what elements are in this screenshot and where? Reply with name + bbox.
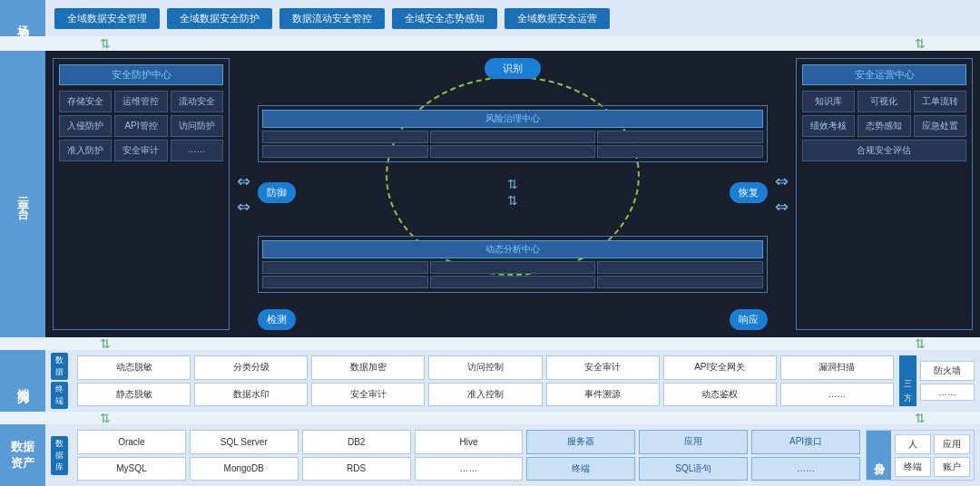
identity-grid: 人 应用 终端 账户: [891, 431, 974, 480]
sublabel-terminal: 终端: [51, 382, 68, 409]
risk-title: 风险治理中心: [262, 110, 763, 128]
dynamic-cell-1: [262, 261, 428, 274]
cloud-row: 云 平 台 安全防护中心 存储安全 运维管控 流动安全 入侵防护 API管控 访…: [0, 51, 980, 337]
arrow-row-2: ⇅ ⇅: [0, 337, 980, 350]
cloud-content: 安全防护中心 存储安全 运维管控 流动安全 入侵防护 API管控 访问防护 准入…: [45, 51, 980, 337]
id-cell-3: 终端: [895, 457, 931, 477]
sr-cell-2: 可视化: [858, 91, 910, 112]
compliance-cell: 合规安全评估: [802, 140, 966, 161]
center-v-arrow-1: ⇅: [507, 177, 518, 191]
data-cell-2-6: SQL语句: [639, 457, 748, 481]
cloud-arrow-left-bot: ⇔: [237, 197, 250, 217]
data-cell-2-4: ……: [415, 457, 524, 481]
endpoint-row2: 静态脱敏 数据水印 安全审计 准入控制 事件溯源 动态鉴权 ……: [77, 383, 894, 407]
security-cell-4: 入侵防护: [59, 115, 112, 137]
data-items: Oracle SQL Server DB2 Hive 服务器 应用 API接口 …: [77, 430, 860, 481]
risk-center: 风险治理中心: [258, 105, 768, 162]
cloud-arrow-right-bot: ⇔: [775, 197, 789, 217]
data-cell-1-1: Oracle: [77, 430, 186, 454]
data-cell-2-3: RDS: [302, 457, 411, 481]
data-cell-2-2: MongoDB: [190, 457, 299, 481]
sr-cell-1: 知识库: [802, 91, 855, 112]
scenario-item-2: 全域数据安全防护: [167, 8, 272, 29]
scenario-item-4: 全域安全态势感知: [392, 8, 497, 29]
cloud-arrow-right-top: ⇔: [775, 171, 789, 191]
security-cell-1: 存储安全: [59, 91, 112, 112]
dynamic-cell-5: [430, 276, 596, 288]
dynamic-center: 动态分析中心: [258, 236, 768, 293]
security-cell-2: 运维管控: [114, 91, 167, 112]
defend-badge: 防御: [258, 182, 296, 203]
ep-cell-2-3: 安全审计: [311, 383, 425, 407]
ep-cell-1-6: API安全网关: [663, 355, 777, 380]
data-cell-1-3: DB2: [302, 430, 411, 454]
arrow3-left: ⇅: [100, 411, 111, 425]
arrow-left: ⇅: [100, 36, 111, 51]
endpoint-items: 动态脱敏 分类分级 数据加密 访问控制 安全审计 API安全网关 漏洞扫描 静态…: [77, 355, 894, 406]
endpoint-row1: 动态脱敏 分类分级 数据加密 访问控制 安全审计 API安全网关 漏洞扫描: [77, 355, 894, 380]
data-cell-2-5: 终端: [526, 457, 635, 481]
scenario-items: 全域数据安全管理 全域数据安全防护 数据流动安全管控 全域安全态势感知 全域数据…: [45, 0, 980, 36]
arrow-row-3: ⇅ ⇅: [0, 412, 980, 424]
scenario-row: 场景 全域数据安全管理 全域数据安全防护 数据流动安全管控 全域安全态势感知 全…: [0, 0, 980, 36]
risk-cell-6: [597, 145, 763, 158]
security-left-title: 安全防护中心: [59, 64, 223, 85]
data-cell-1-7: API接口: [751, 430, 860, 454]
data-row1: Oracle SQL Server DB2 Hive 服务器 应用 API接口: [77, 430, 860, 454]
data-cell-2-7: ……: [751, 457, 860, 481]
third-party-label: 三 方: [899, 355, 916, 406]
security-cell-9: ……: [171, 140, 223, 161]
arrow-right: ⇅: [915, 36, 926, 51]
endpoint-content: 数据 终端 动态脱敏 分类分级 数据加密 访问控制 安全审计 API安全网关 漏…: [45, 350, 980, 412]
ep-cell-2-7: ……: [780, 383, 894, 407]
scenario-item-3: 数据流动安全管控: [279, 8, 385, 29]
data-cell-1-2: SQL Server: [190, 430, 299, 454]
ep-cell-1-3: 数据加密: [311, 355, 425, 380]
ep-cell-1-1: 动态脱敏: [77, 355, 191, 380]
security-left-grid: 存储安全 运维管控 流动安全 入侵防护 API管控 访问防护 准入防护 安全审计…: [59, 91, 223, 161]
risk-cell-4: [262, 145, 428, 158]
ep-cell-1-5: 安全审计: [546, 355, 660, 380]
sr-cell-6: 应急处置: [914, 115, 966, 137]
sr-cell-5: 态势感知: [858, 115, 910, 137]
arrow3-right: ⇅: [915, 411, 926, 425]
respond-badge: 响应: [730, 309, 768, 330]
sr-cell-3: 工单流转: [914, 91, 966, 112]
center-area: 识别 风险治理中心 防御: [258, 58, 768, 330]
arrow2-right: ⇅: [915, 336, 926, 351]
security-left-panel: 安全防护中心 存储安全 运维管控 流动安全 入侵防护 API管控 访问防护 准入…: [53, 58, 230, 330]
security-right-grid: 知识库 可视化 工单流转 绩效考核 态势感知 应急处置 合规安全评估: [802, 91, 966, 161]
dynamic-cell-3: [597, 261, 763, 274]
security-cell-7: 准入防护: [59, 140, 112, 161]
data-row: 数据 资产 数据库 Oracle SQL Server DB2 Hive 服务器…: [0, 424, 980, 486]
risk-cell-3: [597, 131, 763, 143]
endpoint-label: 端 能 力: [0, 350, 45, 412]
scenario-label: 场景: [0, 0, 45, 36]
risk-grid: [262, 131, 763, 158]
ep-cell-1-4: 访问控制: [428, 355, 542, 380]
main-container: 场景 全域数据安全管理 全域数据安全防护 数据流动安全管控 全域安全态势感知 全…: [0, 0, 980, 486]
security-right-title: 安全运营中心: [802, 64, 966, 85]
ep-cell-2-2: 数据水印: [194, 383, 308, 407]
sr-cell-4: 绩效考核: [802, 115, 855, 137]
id-cell-2: 应用: [934, 434, 970, 454]
data-sublabel: 数据库: [51, 430, 72, 481]
ep-cell-1-7: 漏洞扫描: [780, 355, 894, 380]
detect-badge: 检测: [258, 309, 296, 330]
sublabel-db: 数据库: [51, 436, 68, 475]
identify-badge: 识别: [485, 58, 541, 79]
risk-cell-1: [262, 131, 428, 143]
ep-cell-2-1: 静态脱敏: [77, 383, 191, 407]
cloud-arrow-left-top: ⇔: [237, 171, 250, 191]
ep-cell-1-2: 分类分级: [194, 355, 308, 380]
endpoint-row: 端 能 力 数据 终端 动态脱敏 分类分级 数据加密 访问控制 安全审计 API…: [0, 350, 980, 412]
scenario-item-5: 全域数据安全运营: [505, 8, 610, 29]
data-row2: MySQL MongoDB RDS …… 终端 SQL语句 ……: [77, 457, 860, 481]
center-v-arrow-2: ⇅: [507, 193, 518, 208]
security-right-panel: 安全运营中心 知识库 可视化 工单流转 绩效考核 态势感知 应急处置 合规安全评…: [796, 58, 973, 330]
cloud-platform-label: 云 平 台: [0, 51, 45, 337]
dynamic-title: 动态分析中心: [262, 240, 763, 258]
data-asset-label: 数据 资产: [0, 424, 45, 486]
id-cell-4: 账户: [934, 457, 970, 477]
endpoint-sublabel: 数据 终端: [51, 355, 72, 406]
